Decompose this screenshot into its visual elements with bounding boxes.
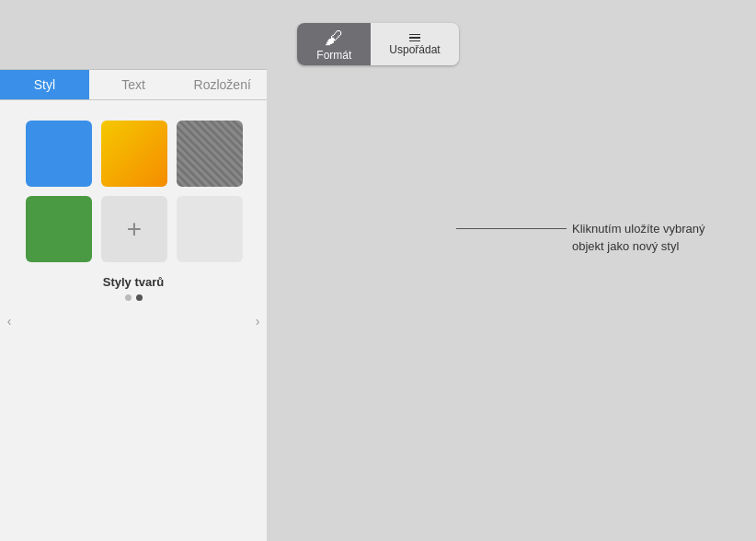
- dot-1: [125, 294, 132, 301]
- swatch-yellow[interactable]: [101, 121, 167, 187]
- swatch-gray[interactable]: [177, 121, 243, 187]
- toolbar-button-group: 🖌 Formát Uspořádat: [297, 23, 458, 65]
- tab-text[interactable]: Text: [89, 70, 178, 99]
- swatch-add[interactable]: +: [101, 196, 167, 262]
- dot-2: [136, 294, 143, 301]
- format-label: Formát: [316, 49, 351, 62]
- format-button[interactable]: 🖌 Formát: [297, 23, 371, 65]
- arrange-icon: [409, 34, 420, 42]
- sidebar-tabs: Styl Text Rozložení: [0, 70, 267, 100]
- scroll-left-arrow[interactable]: ‹: [0, 303, 18, 340]
- annotation-callout: Kliknutím uložíte vybraný objekt jako no…: [456, 221, 719, 256]
- annotation-text: Kliknutím uložíte vybraný objekt jako no…: [572, 221, 719, 256]
- tab-rozlozeni[interactable]: Rozložení: [178, 70, 267, 99]
- arrange-button[interactable]: Uspořádat: [371, 23, 458, 65]
- arrange-label: Uspořádat: [389, 43, 440, 56]
- sidebar-content: ‹ › + Styly tvarů: [0, 100, 267, 541]
- tab-styl[interactable]: Styl: [0, 70, 89, 99]
- swatch-green[interactable]: [26, 196, 92, 262]
- swatches-grid: +: [0, 111, 267, 271]
- toolbar: 🖌 Formát Uspořádat: [0, 0, 756, 69]
- format-icon: 🖌: [325, 29, 343, 47]
- swatch-empty[interactable]: [177, 196, 243, 262]
- swatch-blue[interactable]: [26, 121, 92, 187]
- annotation-line: [456, 228, 567, 229]
- pagination-dots: [0, 294, 267, 301]
- section-label: Styly tvarů: [0, 275, 267, 289]
- scroll-right-arrow[interactable]: ›: [248, 303, 267, 340]
- sidebar-panel: Styl Text Rozložení ‹ › +: [0, 69, 267, 541]
